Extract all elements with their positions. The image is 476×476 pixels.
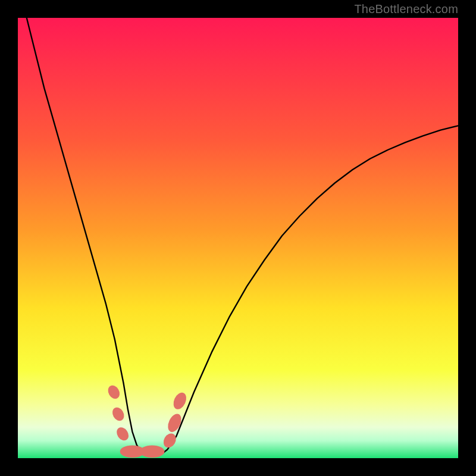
curve-marker <box>110 405 126 422</box>
watermark-text: TheBottleneck.com <box>354 2 458 16</box>
curve-marker <box>106 383 122 400</box>
curve-markers <box>106 383 189 458</box>
plot-area <box>18 18 458 458</box>
curve-marker <box>171 390 189 411</box>
curve-marker <box>114 425 131 443</box>
chart-frame: TheBottleneck.com <box>0 0 476 476</box>
curve-marker <box>140 446 164 458</box>
curve-layer <box>18 18 458 458</box>
curve-marker <box>161 431 178 450</box>
bottleneck-curve <box>18 18 458 454</box>
